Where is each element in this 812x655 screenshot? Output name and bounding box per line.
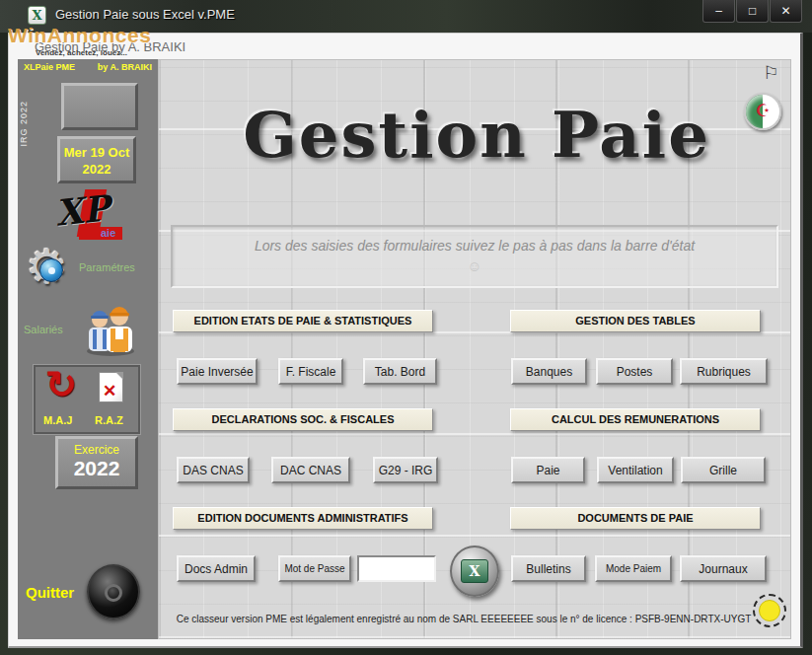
btn-f-fiscale[interactable]: F. Fiscale: [278, 358, 343, 385]
btn-ventilation[interactable]: Ventilation: [597, 457, 674, 483]
section-header-docs-paie: DOCUMENTS DE PAIE: [510, 507, 761, 530]
section-header-calcul: CALCUL DES REMUNERATIONS: [510, 408, 761, 431]
exercice-panel: Exercice 2022: [55, 436, 138, 489]
page-title: Gestion Paie: [200, 98, 753, 172]
smiley-icon: ☺: [173, 257, 776, 274]
watermark-subtitle: Vendez, achetez, louez...: [36, 48, 127, 57]
sidebar: XLPaie PME by A. BRAIKI IRG 2022 Mer 19 …: [18, 59, 158, 639]
irg-vertical-label: IRG 2022: [19, 101, 29, 147]
window-controls: – □ ✕: [701, 0, 802, 23]
btn-docs-admin[interactable]: Docs Admin: [177, 555, 256, 582]
btn-das-cnas[interactable]: DAS CNAS: [177, 457, 250, 483]
exercice-year: 2022: [58, 457, 135, 480]
excel-sheet-icon: X: [461, 559, 488, 583]
close-button[interactable]: ✕: [770, 0, 802, 23]
date-line1: Mer 19 Oct: [60, 144, 133, 161]
maj-label: M.A.J: [43, 414, 72, 426]
btn-banques[interactable]: Banques: [511, 358, 587, 385]
section-header-declarations: DECLARATIONS SOC. & FISCALES: [173, 408, 433, 431]
salaries-button[interactable]: [81, 298, 140, 357]
blank-display-button[interactable]: [61, 83, 138, 130]
parametres-button[interactable]: ⚙: [26, 245, 77, 296]
btn-tab-bord[interactable]: Tab. Bord: [363, 358, 437, 385]
refresh-icon[interactable]: ↻: [45, 363, 77, 406]
minimize-button[interactable]: –: [702, 0, 735, 23]
brand-author: by A. BRAIKI: [98, 62, 152, 72]
date-line2: 2022: [60, 161, 133, 178]
date-panel: Mer 19 Oct 2022: [57, 136, 136, 183]
maj-raz-panel: ↻ ✕ M.A.J R.A.Z: [34, 365, 140, 434]
salaries-label: Salariés: [24, 324, 63, 335]
workers-icon: [81, 298, 140, 357]
gear-core-icon: [39, 258, 63, 282]
btn-paie-inversee[interactable]: Paie Inversée: [177, 358, 258, 385]
delete-x-icon: ✕: [103, 381, 116, 401]
parametres-label: Paramétres: [79, 261, 135, 273]
btn-mot-de-passe[interactable]: Mot de Passe: [278, 555, 351, 582]
xlpaie-logo: XP aie: [55, 187, 128, 247]
document-fold: [115, 372, 123, 380]
maximize-button[interactable]: □: [736, 0, 769, 23]
flag-marker-icon: ⚐: [763, 62, 778, 84]
quit-power-button[interactable]: [87, 564, 140, 619]
section-header-etats-paie: EDITION ETATS DE PAIE & STATISTIQUES: [173, 310, 433, 332]
main-panel: ⚐ ☪ Gestion Paie Lors des saisies des fo…: [158, 59, 791, 639]
logo-aie-text: aie: [101, 227, 115, 239]
btn-bulletins[interactable]: Bulletins: [511, 555, 586, 582]
btn-rubriques[interactable]: Rubriques: [680, 358, 768, 385]
sun-core: [759, 600, 780, 621]
desktop-background: X Gestion Paie sous Excel v.PME – □ ✕ Wi…: [0, 0, 812, 655]
exercice-label: Exercice: [58, 443, 135, 457]
power-icon: [105, 584, 122, 602]
watermark-title: WinAnnonces: [8, 24, 151, 47]
btn-journaux[interactable]: Journaux: [680, 555, 767, 582]
raz-document-icon[interactable]: ✕: [99, 372, 123, 402]
license-text: Ce classeur version PME est légalement e…: [174, 614, 754, 624]
btn-g29-irg[interactable]: G29 - IRG: [373, 457, 438, 483]
password-input[interactable]: [357, 555, 436, 582]
brand-xlpaie: XLPaie PME: [24, 62, 75, 72]
sun-icon: [753, 594, 786, 627]
quitter-label: Quitter: [26, 584, 74, 601]
btn-mode-paiem[interactable]: Mode Paiem: [595, 555, 672, 582]
btn-postes[interactable]: Postes: [596, 358, 673, 385]
status-hint-text: Lors des saisies des formulaires suivez …: [173, 238, 776, 254]
raz-label: R.A.Z: [95, 414, 123, 426]
status-hint-panel: Lors des saisies des formulaires suivez …: [171, 225, 778, 288]
btn-dac-cnas[interactable]: DAC CNAS: [271, 457, 350, 483]
section-header-docs-admin: EDITION DOCUMENTS ADMINISTRATIFS: [173, 507, 433, 530]
btn-grille[interactable]: Grille: [681, 457, 766, 483]
excel-round-button[interactable]: X: [450, 546, 499, 597]
section-header-gestion-tables: GESTION DES TABLES: [510, 310, 761, 332]
btn-paie[interactable]: Paie: [511, 457, 585, 483]
excel-app-icon: X: [28, 6, 46, 25]
